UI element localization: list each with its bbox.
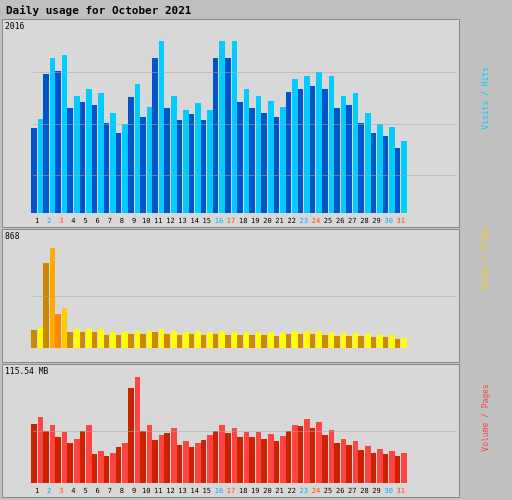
bar-files	[189, 334, 195, 348]
x-label-bot: 29	[371, 487, 383, 495]
bar-pages	[128, 97, 134, 213]
mid-panel: 868	[2, 229, 460, 363]
chart-container: Daily usage for October 2021 2016 123456…	[0, 0, 512, 500]
x-label-bot: 16	[213, 487, 225, 495]
bar-pages	[237, 102, 243, 214]
bar-group-mid	[164, 242, 176, 348]
bar-group	[31, 32, 43, 213]
x-label-bot: 21	[274, 487, 286, 495]
x-label-bot: 25	[322, 487, 334, 495]
x-label-top: 5	[80, 217, 92, 225]
bar-group	[395, 32, 407, 213]
bar-files	[346, 336, 352, 349]
x-label-bot: 22	[286, 487, 298, 495]
bar-group-mid	[310, 242, 322, 348]
x-label-bot: 14	[189, 487, 201, 495]
bar-group	[322, 32, 334, 213]
bar-group	[104, 32, 116, 213]
bar-volume	[128, 388, 134, 483]
bar-group	[274, 32, 286, 213]
bar-pages	[55, 71, 61, 214]
bar-group	[92, 32, 104, 213]
bar-group-mid	[298, 242, 310, 348]
bar-group-bot	[152, 377, 164, 483]
bar-volume	[189, 447, 195, 483]
label-visits: Visits / Hits	[481, 19, 490, 179]
bar-files	[67, 332, 73, 348]
bar-files	[261, 335, 267, 348]
bar-files	[322, 335, 328, 348]
bar-pages	[31, 128, 37, 213]
bar-group-bot	[334, 377, 346, 483]
bar-group-mid	[213, 242, 225, 348]
bar-files	[55, 314, 61, 348]
bar-group	[358, 32, 370, 213]
bar-group-mid	[201, 242, 213, 348]
bar-group-bot	[140, 377, 152, 483]
bar-volume	[358, 450, 364, 483]
bar-files	[152, 332, 158, 348]
bar-group-bot	[322, 377, 334, 483]
bar-group-bot	[55, 377, 67, 483]
bar-group-bot	[177, 377, 189, 483]
x-label-bot: 19	[249, 487, 261, 495]
bar-group	[298, 32, 310, 213]
bar-group-mid	[140, 242, 152, 348]
bar-group	[67, 32, 79, 213]
bar-files	[140, 334, 146, 348]
bar-volume	[177, 445, 183, 483]
x-label-bot: 31	[395, 487, 407, 495]
x-label-top: 23	[298, 217, 310, 225]
x-label-top: 24	[310, 217, 322, 225]
bar-volume	[346, 445, 352, 483]
bar-volume	[322, 435, 328, 483]
top-panel: 2016 12345678910111213141516171819202122…	[2, 19, 460, 228]
x-label-top: 25	[322, 217, 334, 225]
bar-group-bot	[189, 377, 201, 483]
bar-files	[274, 336, 280, 349]
bar-pages	[213, 58, 219, 213]
bar-group	[286, 32, 298, 213]
bar-volume	[274, 441, 280, 483]
bar-volume	[213, 431, 219, 483]
x-label-top: 11	[152, 217, 164, 225]
x-label-top: 2	[43, 217, 55, 225]
bar-group	[237, 32, 249, 213]
bar-pages	[261, 113, 267, 214]
x-label-bot: 1	[31, 487, 43, 495]
bar-group-bot	[201, 377, 213, 483]
bar-group	[177, 32, 189, 213]
bar-group-bot	[395, 377, 407, 483]
bar-pages	[80, 102, 86, 214]
bar-group-mid	[249, 242, 261, 348]
bar-group-bot	[213, 377, 225, 483]
bar-volume	[298, 426, 304, 483]
bar-volume	[261, 439, 267, 483]
bar-volume	[371, 453, 377, 483]
bar-volume	[55, 437, 61, 483]
bar-group-mid	[237, 242, 249, 348]
bar-files	[104, 335, 110, 348]
x-label-top: 14	[189, 217, 201, 225]
bar-files	[286, 334, 292, 348]
bar-group	[55, 32, 67, 213]
bar-group-mid	[395, 242, 407, 348]
chart-title: Daily usage for October 2021	[2, 2, 510, 19]
bar-group-mid	[31, 242, 43, 348]
bar-group	[152, 32, 164, 213]
bar-pages	[152, 58, 158, 213]
bar-group-mid	[80, 242, 92, 348]
bar-group-mid	[371, 242, 383, 348]
x-label-top: 12	[164, 217, 176, 225]
bar-files	[43, 263, 49, 348]
bar-pages	[177, 120, 183, 213]
bar-files	[237, 335, 243, 348]
x-label-top: 7	[104, 217, 116, 225]
bar-pages	[116, 133, 122, 214]
bar-group-bot	[104, 377, 116, 483]
bar-group-mid	[189, 242, 201, 348]
bar-volume	[31, 424, 37, 483]
x-label-bot: 4	[67, 487, 79, 495]
bar-group-bot	[274, 377, 286, 483]
bar-sites	[401, 338, 407, 349]
